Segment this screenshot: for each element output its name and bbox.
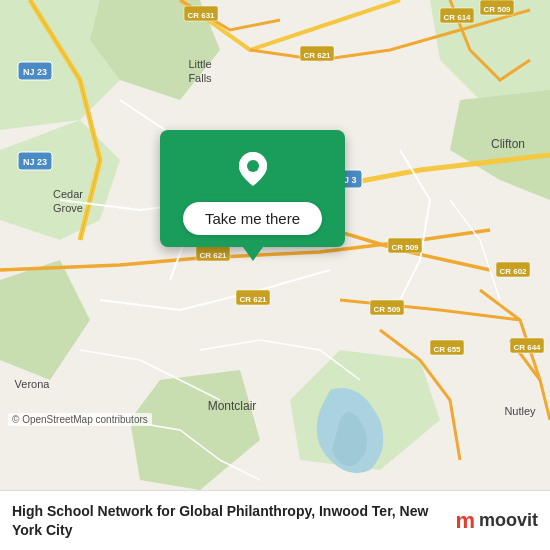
svg-text:CR 631: CR 631: [187, 11, 215, 20]
svg-text:Montclair: Montclair: [208, 399, 257, 413]
svg-text:CR 509: CR 509: [483, 5, 511, 14]
svg-text:NJ 23: NJ 23: [23, 157, 47, 167]
moovit-logo: m moovit: [455, 508, 538, 534]
info-bar: High School Network for Global Philanthr…: [0, 490, 550, 550]
svg-text:CR 644: CR 644: [513, 343, 541, 352]
svg-text:Grove: Grove: [53, 202, 83, 214]
svg-text:CR 621: CR 621: [303, 51, 331, 60]
svg-text:Cedar: Cedar: [53, 188, 83, 200]
take-me-there-button[interactable]: Take me there: [183, 202, 322, 235]
svg-text:CR 621: CR 621: [239, 295, 267, 304]
svg-point-46: [247, 160, 259, 172]
svg-text:Clifton: Clifton: [491, 137, 525, 151]
svg-text:Falls: Falls: [188, 72, 212, 84]
moovit-m-icon: m: [455, 508, 475, 534]
svg-text:NJ 23: NJ 23: [23, 67, 47, 77]
pin-icon: [232, 148, 274, 190]
moovit-wordmark: moovit: [479, 510, 538, 531]
svg-text:CR 602: CR 602: [499, 267, 527, 276]
svg-text:CR 509: CR 509: [391, 243, 419, 252]
svg-text:CR 621: CR 621: [199, 251, 227, 260]
map-container[interactable]: NJ 23 NJ 23 NJ 3 CR 631 CR 621 CR 614 CR…: [0, 0, 550, 490]
svg-text:Little: Little: [188, 58, 211, 70]
svg-text:Nutley: Nutley: [504, 405, 536, 417]
svg-text:CR 509: CR 509: [373, 305, 401, 314]
svg-text:CR 655: CR 655: [433, 345, 461, 354]
svg-text:CR 614: CR 614: [443, 13, 471, 22]
map-attribution: © OpenStreetMap contributors: [8, 413, 152, 426]
location-title: High School Network for Global Philanthr…: [12, 502, 445, 538]
location-popup: Take me there: [160, 130, 345, 247]
svg-text:Verona: Verona: [15, 378, 51, 390]
